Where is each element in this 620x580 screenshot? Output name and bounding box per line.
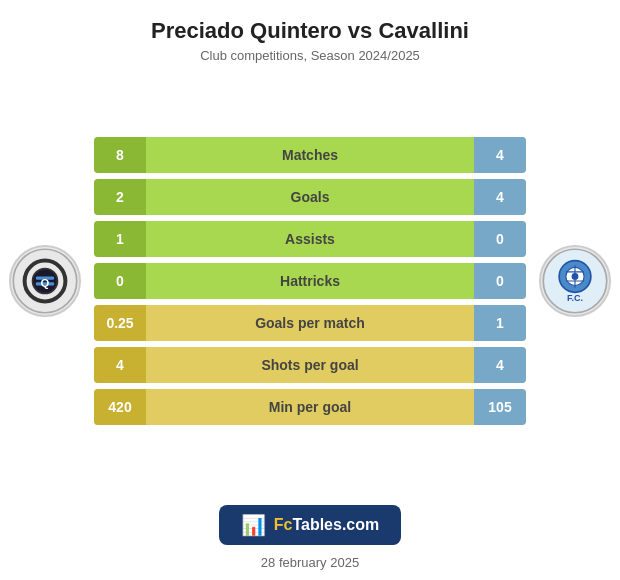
stat-row-goals-per-match: 0.25 Goals per match 1 — [94, 305, 526, 341]
stat-label-shots-per-goal: Shots per goal — [146, 347, 474, 383]
stat-row-goals: 2 Goals 4 — [94, 179, 526, 215]
stat-label-min-per-goal: Min per goal — [146, 389, 474, 425]
stat-label-goals: Goals — [146, 179, 474, 215]
stat-left-goals-per-match: 0.25 — [94, 305, 146, 341]
stat-left-hattricks: 0 — [94, 263, 146, 299]
stat-right-matches: 4 — [474, 137, 526, 173]
page-wrapper: Preciado Quintero vs Cavallini Club comp… — [0, 0, 620, 580]
page-subtitle: Club competitions, Season 2024/2025 — [10, 48, 610, 63]
footer: 28 february 2025 — [261, 551, 359, 580]
queretaro-logo: Q — [9, 245, 81, 317]
stat-row-shots-per-goal: 4 Shots per goal 4 — [94, 347, 526, 383]
stat-left-matches: 8 — [94, 137, 146, 173]
stat-right-goals: 4 — [474, 179, 526, 215]
page-title: Preciado Quintero vs Cavallini — [10, 18, 610, 44]
stat-row-matches: 8 Matches 4 — [94, 137, 526, 173]
stat-left-assists: 1 — [94, 221, 146, 257]
footer-date: 28 february 2025 — [261, 555, 359, 570]
fctables-banner[interactable]: 📊 FcTables.com — [219, 505, 402, 545]
stat-left-goals: 2 — [94, 179, 146, 215]
stat-left-min-per-goal: 420 — [94, 389, 146, 425]
svg-text:Q: Q — [41, 277, 50, 289]
fctables-text: FcTables.com — [274, 516, 380, 534]
main-content: Q 8 Matches 4 2 Goals 4 1 Assists 0 0 — [0, 69, 620, 483]
stat-label-matches: Matches — [146, 137, 474, 173]
svg-text:F.C.: F.C. — [567, 293, 583, 303]
stat-label-assists: Assists — [146, 221, 474, 257]
puebla-logo: F.C. — [539, 245, 611, 317]
team-logo-left: Q — [0, 245, 90, 317]
fctables-icon: 📊 — [241, 513, 266, 537]
stat-label-goals-per-match: Goals per match — [146, 305, 474, 341]
stat-row-hattricks: 0 Hattricks 0 — [94, 263, 526, 299]
team-logo-right: F.C. — [530, 245, 620, 317]
stat-right-hattricks: 0 — [474, 263, 526, 299]
stat-right-goals-per-match: 1 — [474, 305, 526, 341]
header: Preciado Quintero vs Cavallini Club comp… — [0, 0, 620, 69]
stats-container: 8 Matches 4 2 Goals 4 1 Assists 0 0 Hatt… — [90, 137, 530, 425]
stat-label-hattricks: Hattricks — [146, 263, 474, 299]
stat-left-shots-per-goal: 4 — [94, 347, 146, 383]
stat-row-assists: 1 Assists 0 — [94, 221, 526, 257]
stat-right-assists: 0 — [474, 221, 526, 257]
stat-right-min-per-goal: 105 — [474, 389, 526, 425]
stat-row-min-per-goal: 420 Min per goal 105 — [94, 389, 526, 425]
stat-right-shots-per-goal: 4 — [474, 347, 526, 383]
